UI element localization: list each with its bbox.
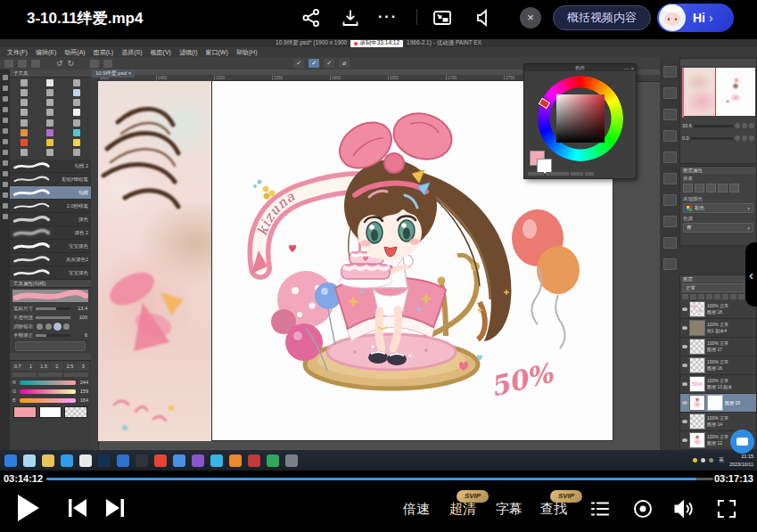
taskbar-app-icon[interactable] [23, 454, 36, 467]
menu-select[interactable]: 选择(S) [121, 48, 142, 57]
tone-dropdown[interactable]: 青 ▾ [683, 223, 753, 233]
taskbar-app-icon[interactable] [136, 454, 148, 467]
snap-ruler-icon[interactable]: ✓ [293, 59, 304, 68]
brush-item-selected[interactable]: 勾线 [10, 186, 91, 200]
expression-dropdown[interactable]: 彩色 ▾ [683, 203, 753, 213]
stabilization-row[interactable]: 手颤修正6 [10, 331, 91, 340]
subtool-icon[interactable] [73, 149, 80, 156]
assistant-pill[interactable]: Hi › [657, 4, 734, 32]
subtool-icon[interactable] [21, 139, 28, 146]
subtool-icon[interactable] [46, 79, 53, 86]
brush-item[interactable]: 2.0秒线笔 [10, 200, 91, 213]
playlist-icon[interactable] [588, 497, 612, 520]
download-icon[interactable] [340, 7, 361, 29]
eye-icon[interactable] [682, 382, 687, 386]
rotate-row[interactable]: 0.0 [682, 134, 754, 143]
taskbar-app-icon[interactable] [4, 454, 17, 467]
rotate-left-icon[interactable] [735, 135, 740, 141]
navigator-tabs[interactable] [680, 59, 756, 66]
green-slider-row[interactable]: G 159 [10, 387, 91, 396]
snap-grid-icon[interactable]: ✓ [324, 59, 334, 68]
eye-icon[interactable] [682, 401, 687, 405]
subtool-icon[interactable] [21, 99, 28, 106]
eye-icon[interactable] [682, 420, 687, 423]
size-preset[interactable]: 2.5 [64, 362, 77, 371]
play-button[interactable] [12, 492, 43, 524]
menu-view[interactable]: 视图(V) [151, 48, 171, 57]
taskbar-app-icon[interactable] [98, 454, 111, 467]
subtool-icon[interactable] [21, 129, 28, 136]
zoom-row[interactable]: 33.6 [682, 121, 754, 130]
saturation-value-square[interactable] [556, 94, 605, 143]
red-slider[interactable] [20, 381, 76, 385]
panel-buttons[interactable]: — × [624, 65, 634, 72]
menu-animation[interactable]: 动画(A) [64, 48, 85, 57]
more-icon[interactable]: ··· [378, 9, 398, 25]
taskbar-app-icon[interactable] [210, 454, 223, 467]
taskbar-app-icon[interactable] [117, 454, 129, 467]
taskbar-app-icon[interactable] [154, 454, 167, 467]
transparent-color-swatch[interactable] [64, 406, 87, 418]
subtool-icon[interactable] [46, 149, 53, 156]
navigator-thumbnails[interactable] [682, 68, 755, 118]
blue-slider-row[interactable]: B 164 [10, 396, 91, 405]
layer-row[interactable]: 100% 正常图层 14 [680, 413, 756, 431]
find-button[interactable]: 查找 [540, 501, 567, 518]
progress-bar[interactable] [46, 478, 713, 480]
layer-row[interactable]: 100% 正常图层 16 [680, 356, 756, 375]
size-preset[interactable]: 2 [51, 362, 63, 371]
crop-icon[interactable] [103, 60, 112, 68]
taskbar-app-icon[interactable] [192, 454, 204, 467]
redo-icon[interactable]: ↻ [68, 60, 75, 68]
navigator-thumb-full[interactable] [716, 68, 755, 116]
chat-bubble-button[interactable] [730, 430, 754, 454]
subtool-icon[interactable] [46, 89, 53, 96]
taskbar-app-icon[interactable] [285, 454, 298, 467]
zoom-in-icon[interactable] [742, 123, 747, 128]
brush-item[interactable]: 宝宝揉色 [10, 240, 91, 253]
brush-item[interactable]: 彩铅HB铅笔 [10, 173, 91, 186]
next-button[interactable] [103, 497, 127, 519]
menu-file[interactable]: 文件(F) [7, 48, 28, 57]
green-slider[interactable] [20, 389, 76, 394]
subtool-icon[interactable] [46, 119, 53, 127]
document-tab[interactable]: 10.9绊爱.psd × [92, 70, 135, 78]
rotate-right-icon[interactable] [742, 135, 747, 141]
navigator-thumb-zoomed[interactable] [682, 68, 716, 116]
subtool-icon[interactable] [46, 139, 53, 146]
subtitle-button[interactable]: 字幕 [496, 501, 522, 518]
subtool-icon[interactable] [73, 109, 80, 116]
volume-icon[interactable] [672, 497, 695, 520]
tool-property-button[interactable] [15, 341, 86, 351]
playlist-flyout-toggle[interactable]: ‹ [745, 242, 757, 307]
screencast-icon[interactable] [631, 497, 654, 520]
fullscreen-icon[interactable] [715, 497, 738, 520]
antialias-row[interactable]: 消除锯齿 [10, 322, 91, 331]
menu-window[interactable]: 窗口(W) [206, 48, 228, 57]
layer-row[interactable]: 100% 正常图层 17 [680, 338, 756, 356]
subtool-icon[interactable] [73, 119, 80, 127]
save-icon[interactable] [31, 60, 40, 68]
main-toolbar[interactable] [0, 70, 10, 455]
summarize-video-button[interactable]: 概括视频内容 [553, 5, 651, 30]
undo-icon[interactable]: ↺ [56, 60, 63, 68]
zoom-out-icon[interactable] [735, 123, 740, 128]
eye-icon[interactable] [682, 307, 687, 311]
taskbar-app-icon[interactable] [248, 454, 260, 467]
subtool-icon[interactable] [73, 139, 80, 146]
new-file-icon[interactable] [4, 60, 13, 68]
subtool-icon[interactable] [46, 129, 53, 136]
menu-layer[interactable]: 图层(L) [94, 48, 114, 57]
previous-button[interactable] [66, 497, 89, 519]
main-color-swatch[interactable] [13, 406, 37, 418]
open-file-icon[interactable] [18, 60, 27, 68]
color-panel-tabs[interactable] [10, 372, 91, 378]
subtool-icon[interactable] [21, 109, 28, 116]
layer-folder-row[interactable]: 100% 正常组1 副本4 [680, 319, 756, 338]
subtool-icon[interactable] [21, 119, 28, 127]
subtool-icon[interactable] [21, 149, 28, 156]
playback-speed-button[interactable]: 倍速 [403, 501, 430, 518]
subtool-icon[interactable] [73, 89, 80, 96]
brush-item[interactable]: 勾线 2 [10, 160, 91, 173]
menu-edit[interactable]: 编辑(E) [36, 48, 56, 57]
